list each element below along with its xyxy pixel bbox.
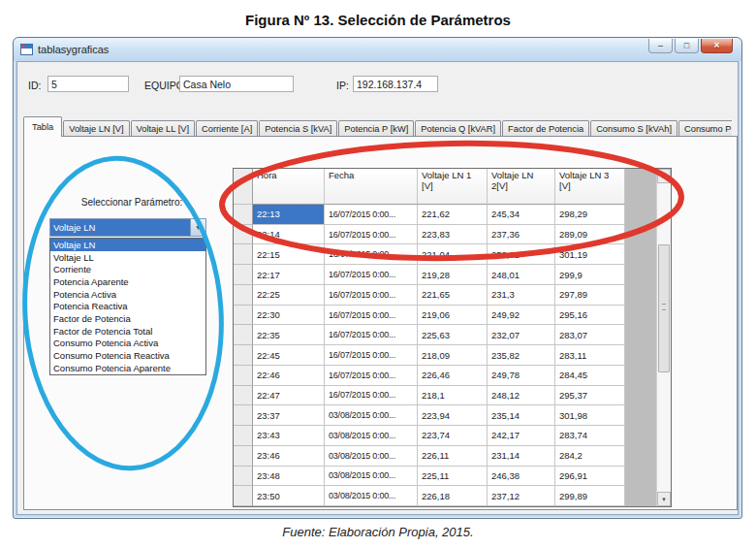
column-header-voltaje-ln-2-v[interactable]: Voltaje LN 2[V]: [488, 169, 555, 205]
column-header-voltaje-ln-3-v[interactable]: Voltaje LN 3 [V]: [555, 169, 625, 205]
row-header-cell[interactable]: [234, 285, 253, 306]
grid-cell[interactable]: 248,12: [488, 386, 555, 406]
grid-cell[interactable]: 283,07: [555, 325, 625, 345]
column-header-voltaje-ln-1-v[interactable]: Voltaje LN 1 [V]: [418, 169, 488, 205]
grid-cell[interactable]: 226,11: [418, 446, 488, 467]
scroll-down-button[interactable]: ▼: [657, 492, 671, 506]
scroll-thumb[interactable]: [658, 244, 670, 372]
grid-cell[interactable]: 218,1: [418, 386, 488, 406]
row-header-cell[interactable]: [234, 366, 253, 386]
row-header-cell[interactable]: [234, 446, 253, 467]
grid-cell[interactable]: 299,9: [555, 265, 625, 285]
grid-cell[interactable]: 03/08/2015 0:00...: [325, 446, 418, 467]
grid-cell[interactable]: 295,37: [555, 386, 625, 406]
grid-cell[interactable]: 226,18: [418, 486, 488, 506]
grid-cell[interactable]: 284,2: [555, 446, 625, 467]
row-header-cell[interactable]: [234, 205, 253, 225]
row-header-cell[interactable]: [234, 325, 253, 345]
parameter-combobox[interactable]: Voltaje LN ▼: [49, 218, 206, 237]
grid-cell[interactable]: 23:37: [253, 405, 325, 426]
dropdown-item-voltaje-ll[interactable]: Voltaje LL: [50, 251, 205, 264]
grid-cell[interactable]: 235,14: [488, 405, 555, 426]
combobox-arrow-button[interactable]: ▼: [190, 219, 205, 236]
grid-cell[interactable]: 23:50: [253, 486, 325, 506]
grid-cell[interactable]: 16/07/2015 0:00...: [325, 345, 418, 366]
grid-cell[interactable]: 242,17: [488, 426, 555, 446]
tab-corriente-a[interactable]: Corriente [A]: [196, 120, 258, 137]
grid-cell[interactable]: 231,14: [488, 446, 555, 467]
grid-cell[interactable]: 301,98: [555, 405, 625, 426]
grid-cell[interactable]: 16/07/2015 0:00...: [325, 285, 418, 306]
dropdown-item-factor-de-potencia-total[interactable]: Factor de Potencia Total: [50, 325, 205, 338]
grid-cell[interactable]: 221,65: [418, 285, 488, 306]
column-header-hora[interactable]: Hora: [253, 169, 325, 205]
grid-cell[interactable]: 298,29: [555, 205, 625, 225]
grid-cell[interactable]: 16/07/2015 0:00...: [325, 386, 418, 406]
grid-cell[interactable]: 03/08/2015 0:00...: [325, 426, 418, 446]
grid-cell[interactable]: 299,89: [555, 486, 625, 506]
grid-cell[interactable]: 237,12: [488, 486, 555, 506]
grid-cell[interactable]: 223,94: [418, 405, 488, 426]
grid-cell[interactable]: 22:14: [253, 225, 325, 245]
grid-cell[interactable]: 232,07: [488, 325, 555, 345]
dropdown-item-consumo-potencia-activa[interactable]: Consumo Potencia Activa: [50, 338, 205, 350]
tab-potencia-s-kva[interactable]: Potencia S [kVA]: [259, 120, 337, 137]
row-header-cell[interactable]: [234, 265, 253, 285]
grid-cell[interactable]: 219,28: [418, 265, 488, 285]
row-header-cell[interactable]: [234, 467, 253, 487]
grid-cell[interactable]: 16/07/2015 0:00...: [325, 225, 418, 245]
grid-cell[interactable]: 223,83: [418, 225, 488, 245]
grid-cell[interactable]: 16/07/2015 0:00...: [325, 205, 418, 225]
grid-cell[interactable]: 22:13: [253, 205, 325, 225]
grid-cell[interactable]: 225,63: [418, 325, 488, 345]
grid-cell[interactable]: 16/07/2015 0:00...: [325, 244, 418, 265]
grid-cell[interactable]: 283,74: [555, 426, 625, 446]
tab-potencia-q-kvar[interactable]: Potencia Q [kVAR]: [415, 120, 501, 137]
grid-cell[interactable]: 221,62: [418, 205, 488, 225]
row-header-cell[interactable]: [234, 426, 253, 446]
grid-cell[interactable]: 23:48: [253, 467, 325, 487]
grid-cell[interactable]: 237,36: [488, 225, 555, 245]
grid-cell[interactable]: 22:25: [253, 285, 325, 306]
tab-voltaje-ln-v[interactable]: Voltaje LN [V]: [63, 120, 129, 137]
close-button[interactable]: ×: [701, 39, 733, 53]
row-header-cell[interactable]: [234, 486, 253, 506]
grid-cell[interactable]: 22:15: [253, 244, 325, 265]
grid-cell[interactable]: 22:45: [253, 345, 325, 366]
id-field[interactable]: [47, 76, 129, 92]
titlebar[interactable]: tablasygraficas: [14, 38, 741, 61]
grid-cell[interactable]: 22:17: [253, 265, 325, 285]
dropdown-item-consumo-potencia-reactiva[interactable]: Consumo Potencia Reactiva: [50, 349, 205, 362]
dropdown-item-corriente[interactable]: Corriente: [50, 263, 205, 275]
dropdown-item-potencia-reactiva[interactable]: Potencia Reactiva: [50, 300, 205, 312]
grid-cell[interactable]: 22:30: [253, 306, 325, 326]
grid-cell[interactable]: 22:47: [253, 386, 325, 406]
tab-consumo-s-kvah[interactable]: Consumo S [kVAh]: [590, 120, 677, 137]
grid-cell[interactable]: 16/07/2015 0:00...: [325, 306, 418, 326]
scroll-up-button[interactable]: ▲: [657, 169, 671, 183]
tab-potencia-p-kw[interactable]: Potencia P [kW]: [338, 120, 414, 137]
grid-cell[interactable]: 289,09: [555, 225, 625, 245]
row-header-cell[interactable]: [234, 386, 253, 406]
grid-cell[interactable]: 16/07/2015 0:00...: [325, 265, 418, 285]
minimize-button[interactable]: –: [648, 39, 673, 53]
column-header-fecha[interactable]: Fecha: [325, 169, 418, 205]
grid-cell[interactable]: 235,82: [488, 345, 555, 366]
grid-cell[interactable]: 16/07/2015 0:00...: [325, 366, 418, 386]
row-header-cell[interactable]: [234, 405, 253, 426]
grid-cell[interactable]: 03/08/2015 0:00...: [325, 486, 418, 506]
grid-cell[interactable]: 283,11: [555, 345, 625, 366]
tab-consumo-p-kwh[interactable]: Consumo P [kWh]: [678, 120, 732, 137]
grid-cell[interactable]: 249,92: [488, 306, 555, 326]
grid-cell[interactable]: 219,06: [418, 306, 488, 326]
ip-field[interactable]: [353, 76, 438, 92]
grid-cell[interactable]: 225,11: [418, 467, 488, 487]
maximize-button[interactable]: □: [675, 39, 699, 53]
grid-cell[interactable]: 295,16: [555, 306, 625, 326]
grid-cell[interactable]: 284,45: [555, 366, 625, 386]
grid-cell[interactable]: 301,19: [555, 244, 625, 265]
row-header-cell[interactable]: [234, 225, 253, 245]
grid-cell[interactable]: 16/07/2015 0:00...: [325, 325, 418, 345]
grid-cell[interactable]: 248,01: [488, 265, 555, 285]
grid-cell[interactable]: 22:46: [253, 366, 325, 386]
